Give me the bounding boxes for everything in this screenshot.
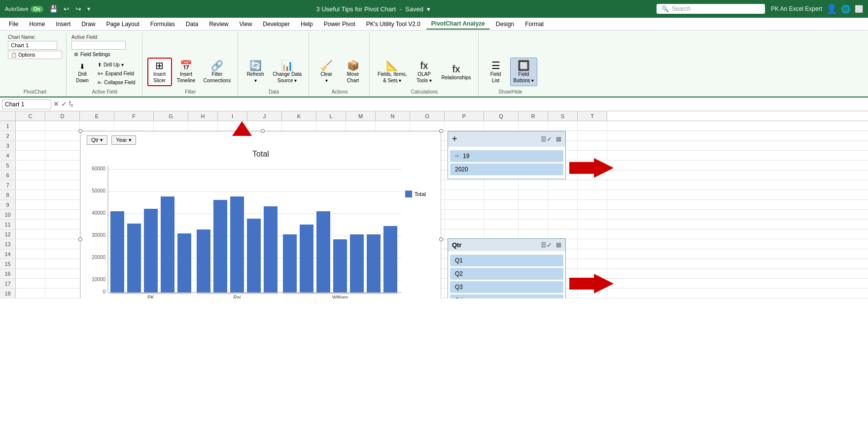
quick-access-more[interactable]: ▾ bbox=[87, 5, 90, 12]
qtr-slicer-filter-icon[interactable]: ⊠ bbox=[556, 241, 561, 249]
qtr-slicer-item-q1[interactable]: Q1 bbox=[450, 255, 563, 266]
insert-timeline-button[interactable]: 📅 Insert Timeline bbox=[174, 58, 199, 86]
cell-11-14[interactable] bbox=[484, 220, 519, 229]
menu-insert[interactable]: Insert bbox=[51, 19, 75, 29]
menu-view[interactable]: View bbox=[235, 19, 257, 29]
drill-down-button[interactable]: ⬇ Drill Down bbox=[71, 61, 93, 85]
insert-slicer-button[interactable]: ⊞ Insert Slicer bbox=[147, 58, 172, 86]
cell-16-1[interactable] bbox=[45, 269, 80, 278]
cell-8-17[interactable] bbox=[578, 190, 607, 199]
restore-icon[interactable]: ⬜ bbox=[855, 5, 863, 13]
cell-9-16[interactable] bbox=[548, 200, 578, 209]
cell-9-0[interactable] bbox=[16, 200, 45, 209]
autosave-toggle[interactable]: On bbox=[31, 6, 43, 12]
year-slicer-item-19[interactable]: ✏ 19 bbox=[450, 150, 563, 162]
year-slicer-add-icon[interactable]: + bbox=[452, 134, 457, 144]
cell-10-13[interactable] bbox=[445, 210, 484, 219]
cell-9-17[interactable] bbox=[578, 200, 607, 209]
cell-13-17[interactable] bbox=[578, 239, 607, 249]
qtr-slicer-item-q4[interactable]: Q4 bbox=[450, 294, 563, 298]
cell-9-1[interactable] bbox=[45, 200, 80, 209]
cell-8-14[interactable] bbox=[484, 190, 519, 199]
menu-file[interactable]: File bbox=[4, 19, 23, 29]
refresh-button[interactable]: 🔄 Refresh ▾ bbox=[243, 58, 268, 86]
expand-field-button[interactable]: ≡+Expand Field bbox=[95, 70, 138, 77]
menu-developer[interactable]: Developer bbox=[258, 19, 295, 29]
qtr-slicer-item-q3[interactable]: Q3 bbox=[450, 281, 563, 293]
cell-2-17[interactable] bbox=[578, 131, 607, 140]
cell-7-17[interactable] bbox=[578, 180, 607, 190]
menu-home[interactable]: Home bbox=[24, 19, 50, 29]
cell-1-16[interactable] bbox=[548, 121, 578, 130]
cell-7-13[interactable] bbox=[445, 180, 484, 190]
cell-10-1[interactable] bbox=[45, 210, 80, 219]
cell-14-1[interactable] bbox=[45, 249, 80, 259]
cell-1-7[interactable] bbox=[247, 121, 282, 130]
menu-data[interactable]: Data bbox=[181, 19, 203, 29]
cell-11-1[interactable] bbox=[45, 220, 80, 229]
cell-5-0[interactable] bbox=[16, 161, 45, 170]
cell-6-1[interactable] bbox=[45, 170, 80, 180]
field-buttons-button[interactable]: 🔲 Field Buttons ▾ bbox=[510, 58, 538, 86]
cell-7-14[interactable] bbox=[484, 180, 519, 190]
menu-draw[interactable]: Draw bbox=[76, 19, 100, 29]
cell-1-17[interactable] bbox=[578, 121, 607, 130]
cell-4-0[interactable] bbox=[16, 151, 45, 160]
cell-18-0[interactable] bbox=[16, 289, 45, 298]
active-field-input[interactable] bbox=[71, 41, 126, 50]
confirm-formula-icon[interactable]: ✓ bbox=[61, 100, 67, 108]
cell-1-14[interactable] bbox=[484, 121, 519, 130]
menu-review[interactable]: Review bbox=[204, 19, 233, 29]
cell-15-17[interactable] bbox=[578, 259, 607, 268]
cell-11-13[interactable] bbox=[445, 220, 484, 229]
menu-design[interactable]: Design bbox=[491, 19, 519, 29]
collapse-field-button[interactable]: ≡-Collapse Field bbox=[95, 79, 138, 86]
cell-11-15[interactable] bbox=[519, 220, 548, 229]
cell-reference-input[interactable]: Chart 1 bbox=[2, 99, 51, 109]
cell-1-5[interactable] bbox=[188, 121, 218, 130]
filter-connections-button[interactable]: 🔗 Filter Connections bbox=[201, 58, 234, 86]
cell-7-1[interactable] bbox=[45, 180, 80, 190]
qtr-filter-button[interactable]: Qtr ▾ bbox=[87, 135, 107, 145]
cell-10-17[interactable] bbox=[578, 210, 607, 219]
cell-3-0[interactable] bbox=[16, 141, 45, 150]
cell-8-13[interactable] bbox=[445, 190, 484, 199]
search-box[interactable]: 🔍 Search bbox=[657, 4, 765, 14]
qtr-slicer-item-q2[interactable]: Q2 bbox=[450, 268, 563, 280]
cell-1-4[interactable] bbox=[154, 121, 188, 130]
cell-1-10[interactable] bbox=[346, 121, 376, 130]
quick-access-redo[interactable]: ↪ bbox=[75, 5, 81, 13]
quick-access-undo[interactable]: ↩ bbox=[64, 5, 69, 13]
cell-10-16[interactable] bbox=[548, 210, 578, 219]
menu-formulas[interactable]: Formulas bbox=[145, 19, 180, 29]
cell-1-2[interactable] bbox=[80, 121, 114, 130]
move-chart-button[interactable]: 📦 Move Chart bbox=[341, 58, 365, 86]
handle-tc[interactable] bbox=[261, 129, 265, 133]
cell-17-17[interactable] bbox=[578, 279, 607, 288]
cell-10-14[interactable] bbox=[484, 210, 519, 219]
qtr-slicer-multiselect-icon[interactable]: ☰✓ bbox=[541, 241, 552, 249]
cell-3-17[interactable] bbox=[578, 141, 607, 150]
year-filter-button[interactable]: Year ▾ bbox=[111, 135, 136, 145]
year-slicer-multiselect-icon[interactable]: ☰✓ bbox=[541, 135, 552, 143]
field-list-button[interactable]: ☰ Field List bbox=[484, 58, 508, 86]
cell-14-17[interactable] bbox=[578, 249, 607, 259]
cell-9-13[interactable] bbox=[445, 200, 484, 209]
cell-1-15[interactable] bbox=[519, 121, 548, 130]
cell-8-0[interactable] bbox=[16, 190, 45, 199]
cell-1-6[interactable] bbox=[218, 121, 247, 130]
cell-1-3[interactable] bbox=[114, 121, 154, 130]
relationships-button[interactable]: fx Relationships bbox=[439, 58, 474, 86]
cell-16-17[interactable] bbox=[578, 269, 607, 278]
options-button[interactable]: 📋Options bbox=[8, 51, 62, 59]
cell-12-13[interactable] bbox=[445, 229, 484, 239]
cell-14-0[interactable] bbox=[16, 249, 45, 259]
cell-10-15[interactable] bbox=[519, 210, 548, 219]
cell-9-15[interactable] bbox=[519, 200, 548, 209]
year-slicer-filter-icon[interactable]: ⊠ bbox=[556, 135, 561, 143]
cell-5-1[interactable] bbox=[45, 161, 80, 170]
cell-5-17[interactable] bbox=[578, 161, 607, 170]
menu-page-layout[interactable]: Page Layout bbox=[101, 19, 144, 29]
drill-up-button[interactable]: ⬆Drill Up ▾ bbox=[95, 61, 138, 68]
cell-15-0[interactable] bbox=[16, 259, 45, 268]
